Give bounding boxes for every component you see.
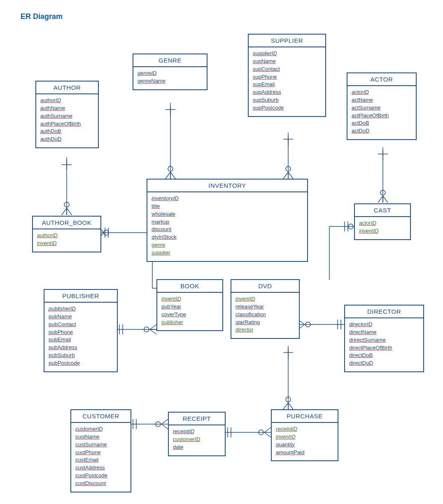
attr-title: title (152, 203, 303, 210)
entity-genre-body: genreIDgenreName (133, 67, 207, 89)
entity-author-body: authorIDauthNameauthSurnameauthPlaceOfBi… (36, 94, 98, 147)
entity-supplier: SUPPLIER supplierIDsupNamesupContactsupP… (248, 34, 326, 117)
attr-supEmail: supEmail (253, 81, 321, 89)
attr-directPlaceOfBirth: directPlaceOfBirth (349, 344, 419, 352)
attr-inventID: inventID (37, 240, 96, 247)
attr-supName: supName (253, 58, 321, 65)
attr-custSurname: custSurname (75, 441, 126, 449)
entity-cast: CAST actorIDinventID (354, 203, 411, 240)
attr-pubEmail: pubEmail (49, 336, 113, 344)
attr-discount: discount (152, 226, 303, 233)
entity-inventory-body: inventoryIDtitlewholesalemarkupdiscountq… (147, 192, 307, 261)
svg-point-10 (156, 422, 161, 427)
attr-coverType: coverType (161, 311, 218, 319)
entity-receipt: RECEIPT receiptIDcustomerIDdate (168, 412, 226, 456)
svg-point-0 (64, 202, 69, 207)
attr-inventoryID: inventoryID (152, 195, 303, 203)
attr-supSuburb: supSuburb (253, 96, 321, 104)
entity-inventory: INVENTORY inventoryIDtitlewholesalemarku… (147, 179, 308, 262)
attr-customerID: customerID (173, 436, 221, 443)
attr-custEmail: custEmail (75, 456, 126, 464)
attr-pubContact: pubContact (49, 321, 113, 329)
attr-custPostcode: custPostcode (75, 472, 126, 480)
attr-customerID: customerID (75, 425, 126, 433)
attr-pubAddress: pubAddress (49, 344, 113, 352)
entity-publisher: PUBLISHER publisherIDpubNamepubContactpu… (44, 289, 118, 372)
attr-supplier: supplier (152, 249, 303, 257)
entity-cast-body: actorIDinventID (355, 217, 410, 239)
entity-author-book: AUTHOR_BOOK authorIDinventID (32, 216, 101, 252)
entity-actor-header: ACTOR (347, 73, 416, 86)
attr-inventID: inventID (161, 295, 218, 303)
attr-custPhone: custPhone (75, 449, 126, 457)
attr-authName: authName (40, 105, 94, 112)
entity-actor: ACTOR actorIDactNameactSurnameactPlaceOf… (347, 72, 417, 140)
attr-releaseYear: releaseYear (235, 303, 295, 311)
attr-actDoB: actDoB (352, 119, 412, 127)
entity-cast-header: CAST (355, 204, 410, 217)
attr-drirectSurname: drirectSurname (349, 336, 419, 344)
entity-author-header: AUTHOR (36, 82, 98, 94)
attr-quantity: quantity (276, 441, 333, 449)
attr-inventID: inventID (359, 227, 406, 235)
entity-publisher-header: PUBLISHER (44, 290, 117, 303)
attr-genreID: genreID (138, 70, 203, 77)
attr-authDoB: authDoB (40, 128, 94, 135)
attr-authDoD: authDoD (40, 135, 94, 143)
attr-date: date (173, 443, 221, 451)
attr-classification: classification (235, 311, 295, 319)
attr-custDiscount: custDiscount (75, 480, 126, 488)
entity-receipt-header: RECEIPT (169, 413, 225, 425)
entity-inventory-header: INVENTORY (147, 180, 307, 192)
attr-starRating: starRating (235, 319, 295, 327)
attr-pubSuburb: pubSuburb (49, 352, 113, 359)
entity-author-book-header: AUTHOR_BOOK (33, 217, 100, 229)
entity-customer-header: CUSTOMER (71, 410, 131, 423)
attr-inventID: inventID (276, 433, 333, 441)
svg-point-9 (259, 430, 263, 435)
attr-pubPostcode: pubPostcode (49, 359, 113, 367)
entity-actor-body: actorIDactNameactSurnameactPlaceOfBirtha… (347, 86, 416, 139)
entity-book-header: BOOK (157, 280, 222, 293)
entity-genre-header: GENRE (133, 54, 207, 67)
attr-actPlaceOfBirth: actPlaceOfBirth (352, 112, 412, 120)
entity-publisher-body: publisherIDpubNamepubContactpubPhonepubE… (44, 303, 117, 371)
attr-authorID: authorID (37, 232, 96, 240)
attr-genre: genre (152, 241, 303, 249)
entity-purchase-body: receiptIDinventIDquantityamountPaid (272, 423, 338, 460)
attr-pubYear: pubYear (161, 303, 218, 311)
attr-qtyInStock: qtyInStock (152, 233, 303, 241)
attr-actSurname: actSurname (352, 104, 412, 112)
attr-amountPaid: amountPaid (276, 449, 333, 457)
entity-director: DIRECTOR directorIDdirectNamedrirectSurn… (344, 305, 424, 372)
attr-authSurname: authSurname (40, 112, 94, 120)
entity-purchase: PURCHASE receiptIDinventIDquantityamount… (271, 409, 338, 461)
attr-pubName: pubName (49, 313, 113, 321)
svg-point-4 (380, 190, 385, 195)
attr-publisherID: publisherID (49, 305, 113, 313)
attr-actName: actName (352, 96, 412, 104)
attr-genreName: genreName (138, 77, 203, 85)
attr-directName: directName (349, 329, 419, 336)
entity-supplier-body: supplierIDsupNamesupContactsupPhonesupEm… (249, 47, 325, 116)
entity-receipt-body: receiptIDcustomerIDdate (169, 425, 225, 455)
attr-directDoB: directDoB (349, 352, 419, 359)
entity-director-header: DIRECTOR (345, 306, 423, 318)
entity-author: AUTHOR authorIDauthNameauthSurnameauthPl… (35, 81, 99, 148)
entity-dvd: DVD inventIDreleaseYearclassificationsta… (231, 279, 300, 339)
svg-point-3 (286, 166, 291, 171)
attr-receiptID: receiptID (173, 428, 221, 436)
attr-supAddress: supAddress (253, 89, 321, 96)
attr-receiptID: receiptID (276, 425, 333, 433)
attr-inventID: inventID (235, 295, 295, 303)
entity-customer: CUSTOMER customerIDcustNamecustSurnamecu… (70, 409, 131, 492)
attr-markup: markup (152, 218, 303, 226)
attr-actorID: actorID (359, 219, 406, 227)
svg-point-7 (305, 322, 310, 327)
entity-supplier-header: SUPPLIER (249, 35, 325, 47)
attr-directorID: directorID (349, 321, 419, 329)
attr-custAddress: custAddress (75, 464, 126, 472)
entity-genre: GENRE genreIDgenreName (133, 54, 208, 90)
attr-supContact: supContact (253, 65, 321, 73)
attr-custName: custName (75, 433, 126, 441)
